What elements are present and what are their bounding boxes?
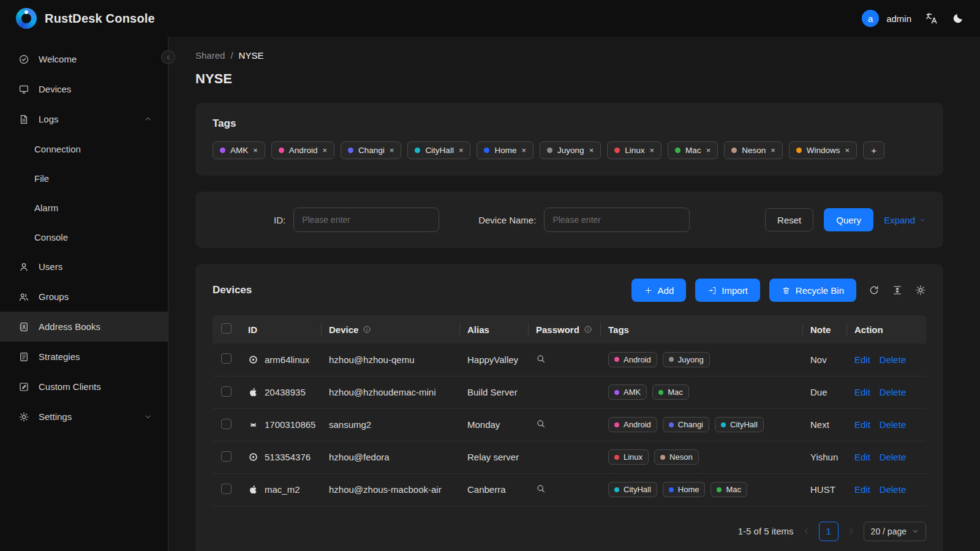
column-header-device[interactable]: Device xyxy=(322,315,460,343)
remove-tag-icon[interactable]: × xyxy=(522,146,527,154)
device-note: Yishun xyxy=(803,441,847,473)
user-name[interactable]: admin xyxy=(886,13,911,24)
delete-link[interactable]: Delete xyxy=(880,354,906,365)
android-os-icon xyxy=(248,419,258,430)
remove-tag-icon[interactable]: × xyxy=(390,146,394,154)
import-button[interactable]: Import xyxy=(695,279,760,302)
add-device-button[interactable]: Add xyxy=(631,279,687,302)
select-all-checkbox[interactable] xyxy=(221,323,232,334)
sidebar-collapse-button[interactable] xyxy=(161,50,175,64)
tag-color-dot xyxy=(614,148,620,153)
query-button[interactable]: Query xyxy=(824,208,873,231)
main-content: Shared / NYSE NYSE Tags AMK×Android×Chan… xyxy=(168,37,980,551)
delete-link[interactable]: Delete xyxy=(880,484,906,495)
breadcrumb-parent[interactable]: Shared xyxy=(195,50,225,61)
delete-link[interactable]: Delete xyxy=(880,419,906,430)
row-checkbox[interactable] xyxy=(221,353,232,364)
tag-chip-android[interactable]: Android× xyxy=(271,141,334,159)
translate-icon[interactable] xyxy=(925,12,938,25)
tag-chip-android: Android xyxy=(608,352,657,367)
column-height-icon[interactable] xyxy=(892,285,903,296)
tag-chip-home[interactable]: Home× xyxy=(477,141,533,159)
edit-link[interactable]: Edit xyxy=(854,354,870,365)
breadcrumb-current: NYSE xyxy=(239,50,264,61)
edit-link[interactable]: Edit xyxy=(854,419,870,430)
tag-chip-mac[interactable]: Mac× xyxy=(668,141,718,159)
column-header-id[interactable]: ID xyxy=(241,315,322,343)
settings-gear-icon[interactable] xyxy=(915,285,926,296)
tag-chip-linux[interactable]: Linux× xyxy=(607,141,662,159)
remove-tag-icon[interactable]: × xyxy=(650,146,655,154)
id-filter-input[interactable] xyxy=(293,208,439,232)
tag-chip-home: Home xyxy=(663,482,706,497)
edit-link[interactable]: Edit xyxy=(854,452,870,462)
next-page-icon[interactable] xyxy=(847,527,855,535)
column-header-tags[interactable]: Tags xyxy=(601,315,803,343)
column-header-note[interactable]: Note xyxy=(803,315,847,343)
delete-link[interactable]: Delete xyxy=(880,452,906,462)
view-password-icon[interactable] xyxy=(536,419,546,429)
tag-chip-juyong[interactable]: Juyong× xyxy=(540,141,601,159)
row-checkbox[interactable] xyxy=(221,386,232,397)
sidebar-item-devices[interactable]: Devices xyxy=(0,74,168,104)
sidebar-item-settings[interactable]: Settings xyxy=(0,402,168,432)
row-checkbox[interactable] xyxy=(221,451,232,462)
device-row: arm64linuxhzhou@hzhou-qemuHappyValleyAnd… xyxy=(213,343,926,376)
row-checkbox[interactable] xyxy=(221,419,232,429)
view-password-icon[interactable] xyxy=(536,354,546,364)
remove-tag-icon[interactable]: × xyxy=(459,146,464,154)
breadcrumb-separator: / xyxy=(230,50,233,61)
tag-chip-cityhall[interactable]: CityHall× xyxy=(407,141,470,159)
info-icon[interactable] xyxy=(363,325,371,334)
sidebar-subitem-alarm[interactable]: Alarm xyxy=(0,193,168,222)
remove-tag-icon[interactable]: × xyxy=(589,146,594,154)
sidebar-item-strategies[interactable]: Strategies xyxy=(0,342,168,372)
sidebar-item-welcome[interactable]: Welcome xyxy=(0,44,168,74)
sidebar-subitem-console[interactable]: Console xyxy=(0,222,168,252)
add-tag-button[interactable]: + xyxy=(863,141,884,159)
remove-tag-icon[interactable]: × xyxy=(845,146,850,154)
tag-label: Windows xyxy=(807,146,840,155)
sidebar-item-users[interactable]: Users xyxy=(0,252,168,282)
strategies-icon xyxy=(18,351,29,362)
tag-chip-amk[interactable]: AMK× xyxy=(213,141,265,159)
remove-tag-icon[interactable]: × xyxy=(253,146,258,154)
edit-link[interactable]: Edit xyxy=(854,387,870,397)
sidebar-item-custom-clients[interactable]: Custom Clients xyxy=(0,372,168,402)
tag-chip-amk: AMK xyxy=(608,384,647,400)
pagination: 1-5 of 5 items 1 20 / page xyxy=(213,522,926,541)
tag-label: Mac xyxy=(685,146,701,155)
expand-link[interactable]: Expand xyxy=(884,215,926,225)
sidebar-subitem-connection[interactable]: Connection xyxy=(0,134,168,163)
sidebar-item-groups[interactable]: Groups xyxy=(0,282,168,312)
row-checkbox[interactable] xyxy=(221,484,232,494)
remove-tag-icon[interactable]: × xyxy=(771,146,775,154)
prev-page-icon[interactable] xyxy=(802,527,810,535)
tag-chip-changi[interactable]: Changi× xyxy=(341,141,401,159)
sidebar-item-address-books[interactable]: Address Books xyxy=(0,312,168,342)
recycle-bin-button[interactable]: Recycle Bin xyxy=(769,279,856,302)
dark-mode-toggle-icon[interactable] xyxy=(952,12,964,24)
page-size-select[interactable]: 20 / page xyxy=(864,522,926,541)
info-icon[interactable] xyxy=(584,325,592,334)
refresh-icon[interactable] xyxy=(869,285,880,296)
tag-chip-neson[interactable]: Neson× xyxy=(724,141,783,159)
column-header-password[interactable]: Password xyxy=(529,315,601,343)
sidebar-subitem-file[interactable]: File xyxy=(0,163,168,193)
sidebar-item-logs[interactable]: Logs xyxy=(0,104,168,134)
tag-color-dot xyxy=(658,390,663,395)
chevron-up-icon xyxy=(144,115,152,123)
device-name-filter-input[interactable] xyxy=(544,208,690,232)
chevron-down-icon xyxy=(144,413,152,421)
tag-chip-mac: Mac xyxy=(710,482,747,497)
remove-tag-icon[interactable]: × xyxy=(706,146,711,154)
reset-button[interactable]: Reset xyxy=(765,208,813,231)
page-number[interactable]: 1 xyxy=(819,522,839,541)
view-password-icon[interactable] xyxy=(536,484,546,493)
avatar[interactable]: a xyxy=(862,10,879,27)
edit-link[interactable]: Edit xyxy=(854,484,870,495)
column-header-alias[interactable]: Alias xyxy=(460,315,529,343)
remove-tag-icon[interactable]: × xyxy=(322,146,327,154)
tag-chip-windows[interactable]: Windows× xyxy=(789,141,857,159)
delete-link[interactable]: Delete xyxy=(880,387,906,397)
